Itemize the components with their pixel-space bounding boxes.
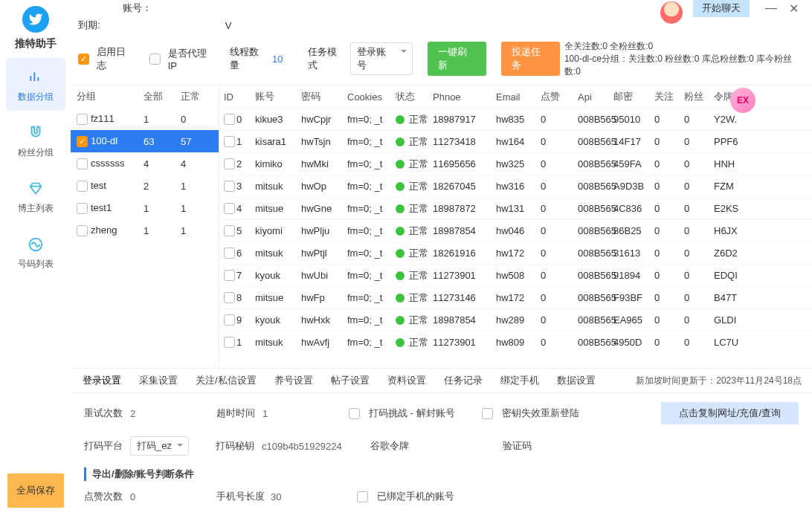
group-ok: 4: [181, 158, 218, 169]
minimize-button[interactable]: —: [760, 1, 782, 15]
status-dot-icon: [396, 160, 405, 169]
table-row[interactable]: 0kikue3hwCpjrfm=0; _t正常18987917hw8350008…: [219, 108, 812, 130]
group-checkbox[interactable]: [77, 158, 88, 169]
secret-label: 打码秘钥: [216, 439, 256, 453]
app-name: 推特助手: [15, 37, 57, 51]
nav-data-group[interactable]: 数据分组: [6, 58, 65, 111]
group-checkbox[interactable]: [77, 203, 88, 214]
group-row[interactable]: fz11110: [71, 108, 219, 130]
nav-blogger-list[interactable]: 博主列表: [6, 169, 65, 222]
settings-tabs: 登录设置采集设置关注/私信设置养号设置帖子设置资料设置任务记录绑定手机数据设置 …: [71, 368, 812, 393]
table-row[interactable]: 9kyoukhwHxkfm=0; _t正常18987854hw2890008B5…: [219, 308, 812, 331]
status-dot-icon: [396, 249, 405, 258]
row-checkbox[interactable]: [224, 136, 235, 147]
tab-0[interactable]: 登录设置: [74, 374, 130, 387]
bound-phone-checkbox[interactable]: [357, 491, 368, 502]
row-checkbox[interactable]: [224, 225, 235, 236]
challenge-checkbox[interactable]: [349, 408, 360, 419]
refresh-button[interactable]: 一键刷新: [428, 42, 486, 76]
likes-label: 点赞次数: [84, 490, 124, 503]
row-checkbox[interactable]: [224, 337, 235, 348]
group-checkbox[interactable]: [77, 225, 88, 236]
table-row[interactable]: 3mitsukhwOpfm=0; _t正常18267045hw3160008B5…: [219, 175, 812, 197]
tab-4[interactable]: 帖子设置: [322, 374, 378, 387]
table-row[interactable]: 1kisara1hwTsjnfm=0; _t正常11273418hw164000…: [219, 130, 812, 152]
tab-6[interactable]: 任务记录: [435, 374, 492, 387]
table-row[interactable]: 4mitsuehwGnefm=0; _t正常18987872hw1310008B…: [219, 197, 812, 219]
start-chat-button[interactable]: 开始聊天: [693, 0, 750, 17]
group-name: fz111: [91, 113, 115, 124]
tab-5[interactable]: 资料设置: [378, 374, 435, 387]
group-checkbox[interactable]: [77, 114, 88, 125]
likes-value[interactable]: 0: [130, 491, 190, 502]
table-row[interactable]: 1mitsukhwAvfjfm=0; _t正常11273901hw8090008…: [219, 331, 812, 353]
group-row[interactable]: zheng11: [71, 219, 219, 242]
table-row[interactable]: 8mitsuehwFpfm=0; _t正常11273146hw1720008B5…: [219, 286, 812, 308]
phone-len-label: 手机号长度: [216, 490, 265, 503]
group-all: 1: [144, 203, 181, 214]
enable-log-checkbox[interactable]: [78, 54, 89, 65]
login-settings-panel: 重试次数 2 超时时间 1 打码挑战 - 解封账号 密钥失效重新登陆 点击复制网…: [71, 393, 812, 524]
phone-len-value[interactable]: 30: [271, 491, 330, 502]
table-row[interactable]: 5kiyomihwPljufm=0; _t正常18987854hw0460008…: [219, 219, 812, 242]
group-name: 100-dl: [91, 135, 117, 146]
status-dot-icon: [396, 338, 405, 347]
global-save-button[interactable]: 全局保存: [7, 473, 64, 508]
timeout-value[interactable]: 1: [262, 408, 322, 419]
group-row[interactable]: cssssss44: [71, 152, 219, 175]
proxy-checkbox[interactable]: [149, 54, 161, 65]
table-row[interactable]: 2kimikohwMkifm=0; _t正常11695656hw3250008B…: [219, 152, 812, 175]
tab-2[interactable]: 关注/私信设置: [187, 374, 265, 387]
group-ok: 0: [181, 114, 218, 125]
row-checkbox[interactable]: [224, 181, 235, 192]
group-ok: 1: [181, 203, 218, 214]
tab-3[interactable]: 养号设置: [265, 374, 322, 387]
row-checkbox[interactable]: [224, 292, 235, 303]
version-label: V: [225, 20, 232, 31]
toolbar: 启用日志 是否代理IP 线程数量 10 任务模式 登录账号 一键刷新 投递任务 …: [71, 34, 812, 85]
group-row[interactable]: test111: [71, 197, 219, 219]
thread-count-value[interactable]: 10: [272, 54, 283, 65]
titlebar: 账号： 开始聊天 — ✕: [71, 0, 812, 16]
export-section-title: 导出/删除/账号判断条件: [84, 468, 799, 481]
group-all: 63: [144, 136, 181, 147]
table-row[interactable]: 6mitsukhwPtjlfm=0; _t正常18261916hw1720008…: [219, 242, 812, 264]
wave-icon: [25, 236, 46, 253]
nav-fans-group[interactable]: 粉丝分组: [6, 114, 65, 166]
relogin-checkbox[interactable]: [482, 408, 493, 419]
thread-count-label: 线程数量: [230, 45, 268, 72]
tab-7[interactable]: 绑定手机: [492, 374, 548, 387]
platform-select[interactable]: 打码_ez: [130, 436, 189, 456]
group-checkbox[interactable]: [77, 181, 88, 192]
copy-url-button[interactable]: 点击复制网址/充值/查询: [661, 402, 799, 424]
retry-value[interactable]: 2: [130, 408, 190, 419]
secret-input[interactable]: c109b4b51929224: [262, 441, 344, 452]
expire-row: 到期: V: [71, 16, 812, 34]
group-all: 4: [144, 158, 181, 169]
expire-label: 到期:: [78, 19, 100, 32]
tab-1[interactable]: 采集设置: [130, 374, 187, 387]
row-checkbox[interactable]: [224, 270, 235, 281]
group-all: 2: [144, 181, 181, 192]
group-name: test: [91, 180, 106, 191]
deliver-button[interactable]: 投递任务: [501, 42, 560, 76]
group-checkbox[interactable]: [77, 136, 88, 147]
group-row[interactable]: 100-dl6357: [71, 130, 219, 152]
row-checkbox[interactable]: [224, 114, 235, 125]
diamond-icon: [25, 180, 46, 198]
group-all: 1: [144, 225, 181, 236]
enable-log-label: 启用日志: [97, 45, 135, 72]
row-checkbox[interactable]: [224, 248, 235, 259]
row-checkbox[interactable]: [224, 203, 235, 214]
table-row[interactable]: 7kyoukhwUbifm=0; _t正常11273901hw5080008B5…: [219, 264, 812, 286]
group-row[interactable]: test21: [71, 175, 219, 197]
row-checkbox[interactable]: [224, 158, 235, 169]
close-button[interactable]: ✕: [782, 1, 805, 16]
group-ok: 57: [181, 136, 218, 147]
status-dot-icon: [396, 316, 405, 325]
tab-8[interactable]: 数据设置: [548, 374, 605, 387]
bound-phone-label: 已绑定手机的账号: [377, 490, 454, 503]
row-checkbox[interactable]: [224, 314, 235, 326]
nav-number-list[interactable]: 号码列表: [6, 225, 65, 278]
task-mode-select[interactable]: 登录账号: [350, 42, 412, 75]
